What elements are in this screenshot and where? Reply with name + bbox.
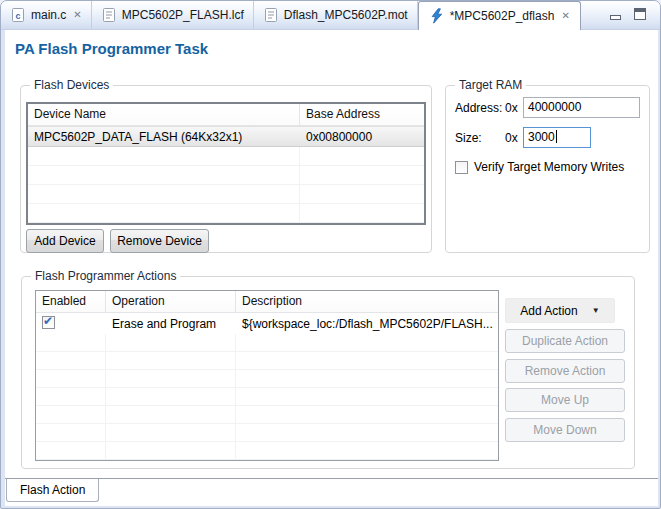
tab-flash-action[interactable]: Flash Action: [6, 479, 99, 502]
verify-writes-label: Verify Target Memory Writes: [474, 160, 624, 174]
tab-label: *MPC5602P_dflash: [450, 9, 555, 23]
remove-action-button[interactable]: Remove Action: [505, 359, 625, 383]
add-action-button[interactable]: Add Action ▼: [505, 298, 615, 323]
size-label: Size:: [455, 131, 505, 145]
action-enabled-checkbox[interactable]: ✔: [42, 316, 55, 329]
column-header-base-address[interactable]: Base Address: [300, 104, 424, 125]
editor-window: c main.c ✕ MPC5602P_FLASH.lcf Dflash_MPC…: [0, 0, 661, 509]
remove-device-button[interactable]: Remove Device: [110, 229, 209, 253]
empty-table-row: [28, 147, 424, 166]
base-address-cell: 0x00800000: [300, 130, 424, 144]
editor-content: PA Flash Programmer Task Flash Devices D…: [5, 30, 658, 506]
maximize-button[interactable]: [634, 6, 646, 24]
svg-text:c: c: [15, 11, 20, 21]
empty-table-row: [36, 370, 498, 388]
flash-devices-group-label: Flash Devices: [30, 78, 113, 92]
text-caret: [556, 130, 557, 143]
size-hex-prefix: 0x: [505, 131, 523, 145]
flash-actions-group: Flash Programmer Actions Enabled Operati…: [21, 276, 635, 469]
empty-table-row: [36, 352, 498, 370]
add-device-button[interactable]: Add Device: [26, 229, 104, 253]
address-hex-prefix: 0x: [505, 101, 523, 115]
tab-label: MPC5602P_FLASH.lcf: [122, 8, 244, 22]
empty-table-row: [36, 388, 498, 406]
device-name-cell: MPC5602P_DATA_FLASH (64Kx32x1): [28, 130, 300, 144]
column-header-operation[interactable]: Operation: [106, 291, 236, 312]
flash-devices-group: Flash Devices Device Name Base Address M…: [20, 85, 432, 253]
column-header-enabled[interactable]: Enabled: [36, 291, 106, 312]
tab-main-c[interactable]: c main.c ✕: [1, 1, 92, 29]
dropdown-arrow-icon: ▼: [592, 307, 600, 315]
verify-writes-row: Verify Target Memory Writes: [455, 160, 624, 174]
flash-actions-group-label: Flash Programmer Actions: [31, 269, 180, 283]
target-ram-group-label: Target RAM: [455, 78, 526, 92]
text-file-icon: [101, 7, 117, 23]
address-input[interactable]: 40000000: [523, 97, 640, 118]
column-header-device-name[interactable]: Device Name: [28, 104, 300, 125]
verify-writes-checkbox[interactable]: [455, 161, 468, 174]
address-row: Address: 0x 40000000: [455, 97, 640, 118]
enabled-cell: ✔: [36, 316, 106, 332]
empty-table-row: [36, 442, 498, 460]
operation-cell: Erase and Program: [106, 317, 236, 331]
move-down-button[interactable]: Move Down: [505, 418, 625, 442]
empty-table-row: [36, 334, 498, 352]
size-row: Size: 0x 3000: [455, 127, 640, 148]
page-title: PA Flash Programmer Task: [15, 40, 208, 57]
minimize-button[interactable]: [610, 6, 621, 24]
empty-table-row: [28, 166, 424, 185]
target-ram-group: Target RAM Address: 0x 40000000 Size: 0x…: [445, 85, 650, 253]
minimize-icon: [610, 15, 621, 20]
close-icon[interactable]: ✕: [561, 11, 569, 21]
window-controls: [602, 1, 660, 29]
move-up-button[interactable]: Move Up: [505, 388, 625, 412]
address-label: Address:: [455, 101, 505, 115]
close-icon[interactable]: ✕: [73, 10, 81, 20]
column-header-description[interactable]: Description: [236, 291, 498, 312]
flash-actions-table[interactable]: Enabled Operation Description ✔ Erase an…: [35, 290, 499, 461]
editor-tabbar: c main.c ✕ MPC5602P_FLASH.lcf Dflash_MPC…: [1, 1, 660, 30]
flash-devices-table[interactable]: Device Name Base Address MPC5602P_DATA_F…: [26, 102, 426, 225]
empty-table-row: [36, 424, 498, 442]
maximize-icon: [634, 8, 646, 20]
text-file-icon: [263, 7, 279, 23]
flash-devices-table-header: Device Name Base Address: [28, 104, 424, 126]
tab-mpc5602p-dflash-active[interactable]: *MPC5602P_dflash ✕: [418, 1, 581, 30]
table-row-device[interactable]: MPC5602P_DATA_FLASH (64Kx32x1) 0x0080000…: [28, 126, 424, 147]
empty-table-row: [28, 204, 424, 223]
size-input[interactable]: 3000: [523, 127, 591, 148]
flash-actions-table-header: Enabled Operation Description: [36, 291, 498, 313]
bottom-tab-strip: Flash Action: [5, 478, 658, 506]
description-cell: ${workspace_loc:/Dflash_MPC5602P/FLASH..…: [236, 317, 498, 331]
empty-table-row: [28, 185, 424, 204]
tab-label: Dflash_MPC5602P.mot: [284, 8, 408, 22]
tab-mpc5602p-flash-lcf[interactable]: MPC5602P_FLASH.lcf: [92, 1, 254, 29]
empty-table-row: [36, 406, 498, 424]
tab-dflash-mpc5602p-mot[interactable]: Dflash_MPC5602P.mot: [254, 1, 418, 29]
c-file-icon: c: [10, 7, 26, 23]
duplicate-action-button[interactable]: Duplicate Action: [505, 329, 625, 353]
check-icon: ✔: [43, 316, 53, 328]
tab-label: main.c: [31, 8, 66, 22]
table-row-action[interactable]: ✔ Erase and Program ${workspace_loc:/Dfl…: [36, 313, 498, 334]
flash-bolt-icon: [429, 8, 445, 24]
